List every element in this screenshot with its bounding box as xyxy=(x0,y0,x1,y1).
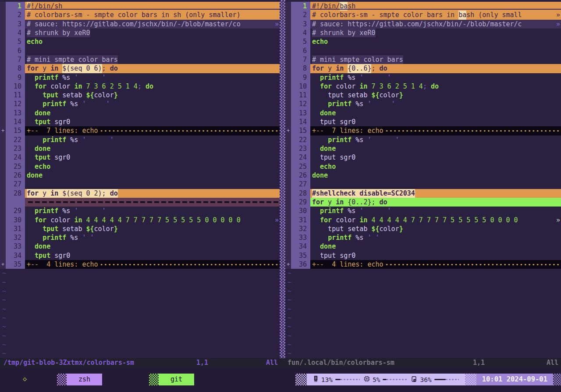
code-line[interactable]: 5echo xyxy=(0,37,280,46)
code-text[interactable]: tput setab ${color} xyxy=(310,91,561,100)
code-line[interactable]: 26done xyxy=(0,171,280,180)
code-text[interactable]: echo xyxy=(25,162,280,171)
code-line[interactable]: 1#!/bin/sh xyxy=(0,2,280,11)
code-text[interactable]: done xyxy=(310,144,561,153)
code-line[interactable]: 11 tput setab ${color} xyxy=(285,91,561,100)
code-text[interactable]: # sauce: https://gitlab.com/jschx/bin/-/… xyxy=(25,20,280,29)
code-line[interactable]: 27 xyxy=(285,180,561,189)
code-text[interactable]: printf %s ' ' xyxy=(310,207,561,215)
code-text[interactable]: tput sgr0 xyxy=(25,153,280,162)
code-text[interactable]: for y in $(seq 0 6); do xyxy=(25,64,280,73)
fold-marker[interactable]: + xyxy=(285,126,291,135)
code-text[interactable]: tput setab ${color} xyxy=(25,225,280,233)
code-line[interactable]: 8for y in $(seq 0 6); do xyxy=(0,64,280,73)
vim-pane-left[interactable]: 1#!/bin/sh2# colorbars-sm - smpte color … xyxy=(0,0,280,358)
code-line[interactable]: 33 printf %s ' ' xyxy=(285,233,561,242)
code-line[interactable]: 25 echo xyxy=(285,162,561,171)
code-line[interactable]: 22 printf %s ' ' xyxy=(0,135,280,144)
code-text[interactable]: done xyxy=(25,242,280,251)
code-text[interactable]: # sauce: https://gitlab.com/jschx/bin/-/… xyxy=(310,20,561,29)
code-line[interactable]: 22 printf %s ' ' xyxy=(285,135,561,144)
code-line[interactable]: 35 tput sgr0 xyxy=(285,251,561,260)
code-line[interactable]: 31 tput setab ${color} xyxy=(0,225,280,233)
code-text[interactable]: echo xyxy=(310,37,561,46)
code-line[interactable]: 14 tput sgr0 xyxy=(285,118,561,126)
code-line[interactable]: 2# colorbars-sm - smpte color bars in ba… xyxy=(285,11,561,19)
code-line[interactable]: 1#!/bin/bash xyxy=(285,2,561,11)
code-text[interactable]: # shrunk by xeR0 xyxy=(310,29,561,37)
code-line[interactable]: 11 tput setab ${color} xyxy=(0,91,280,100)
code-text[interactable]: for color in 4 4 4 4 4 7 7 7 7 7 5 5 5 5… xyxy=(310,216,561,225)
code-line[interactable]: 32 tput setab ${color} xyxy=(285,225,561,233)
code-line[interactable]: 13 done xyxy=(285,109,561,118)
code-line[interactable]: 4# shrunk by xeR0 xyxy=(285,29,561,37)
code-text[interactable]: printf %s ' ' xyxy=(25,100,280,108)
code-text[interactable]: +-- 4 lines: echo xyxy=(25,260,280,269)
code-line[interactable]: 30 printf %s ' ' xyxy=(285,207,561,215)
code-text[interactable]: +-- 7 lines: echo xyxy=(310,126,561,135)
code-line[interactable]: 12 printf %s ' ' xyxy=(285,100,561,108)
code-text[interactable]: +-- 7 lines: echo xyxy=(25,126,280,135)
code-line[interactable]: 8for y in {0..6}; do xyxy=(285,64,561,73)
code-line[interactable]: 26done xyxy=(285,171,561,180)
code-text[interactable] xyxy=(25,180,280,189)
code-text[interactable]: tput sgr0 xyxy=(25,251,280,260)
code-text[interactable]: done xyxy=(25,171,280,180)
code-line[interactable]: 6 xyxy=(0,46,280,55)
fold-marker[interactable]: + xyxy=(0,126,6,135)
code-text[interactable]: done xyxy=(310,171,561,180)
code-text[interactable]: printf %s ' ' xyxy=(25,233,280,242)
code-line[interactable]: 29 printf %s ' ' xyxy=(0,207,280,215)
fold-line[interactable]: +15+-- 7 lines: echo xyxy=(285,126,561,135)
code-line[interactable]: 28for y in $(seq 0 2); do xyxy=(0,189,280,198)
fold-marker[interactable]: + xyxy=(285,260,291,269)
code-line[interactable]: 7# mini smpte color bars xyxy=(0,55,280,64)
code-text[interactable]: for color in 4 4 4 4 4 7 7 7 7 7 5 5 5 5… xyxy=(25,216,280,225)
code-line[interactable]: 2# colorbars-sm - smpte color bars in sh… xyxy=(0,11,280,19)
code-text[interactable]: done xyxy=(25,144,280,153)
code-text[interactable]: printf %s ' ' xyxy=(310,73,561,82)
code-text[interactable]: done xyxy=(310,242,561,251)
code-line[interactable]: 34 tput sgr0 xyxy=(0,251,280,260)
code-text[interactable]: echo xyxy=(25,37,280,46)
fold-line[interactable]: +35+-- 4 lines: echo xyxy=(0,260,280,269)
code-line[interactable]: 28#shellcheck disable=SC2034 xyxy=(285,189,561,198)
code-line[interactable]: 13 done xyxy=(0,109,280,118)
code-line[interactable]: 32 printf %s ' ' xyxy=(0,233,280,242)
code-text[interactable]: #!/bin/sh xyxy=(25,2,280,11)
code-text[interactable]: printf %s ' ' xyxy=(310,135,561,144)
vertical-split-separator[interactable] xyxy=(280,0,285,358)
code-text[interactable]: +-- 4 lines: echo xyxy=(310,260,561,269)
code-line[interactable]: 24 tput sgr0 xyxy=(285,153,561,162)
code-text[interactable]: for y in {0..6}; do xyxy=(310,64,561,73)
code-text[interactable] xyxy=(25,46,280,55)
diff-filler-line[interactable] xyxy=(0,198,280,207)
code-line[interactable]: 33 done xyxy=(0,242,280,251)
code-line[interactable]: 3# sauce: https://gitlab.com/jschx/bin/-… xyxy=(0,20,280,29)
code-text[interactable]: printf %s ' ' xyxy=(25,73,280,82)
code-line[interactable]: 23 done xyxy=(0,144,280,153)
code-text[interactable]: # mini smpte color bars xyxy=(25,55,280,64)
code-text[interactable]: for y in {0..2}; do xyxy=(310,198,561,207)
code-text[interactable]: for y in $(seq 0 2); do xyxy=(25,189,280,198)
code-text[interactable]: echo xyxy=(310,162,561,171)
code-line[interactable]: 31 for color in 4 4 4 4 4 7 7 7 7 7 5 5 … xyxy=(285,216,561,225)
fold-marker[interactable]: + xyxy=(0,260,6,269)
code-line[interactable]: 34 done xyxy=(285,242,561,251)
code-text[interactable]: for color in 7 3 6 2 5 1 4; do xyxy=(25,82,280,91)
code-text[interactable]: tput setab ${color} xyxy=(25,91,280,100)
code-text[interactable]: #!/bin/bash xyxy=(310,2,561,11)
code-text[interactable]: # mini smpte color bars xyxy=(310,55,561,64)
vim-pane-right[interactable]: 1#!/bin/bash2# colorbars-sm - smpte colo… xyxy=(285,0,561,358)
code-line[interactable]: 10 for color in 7 3 6 2 5 1 4; do xyxy=(285,82,561,91)
code-text[interactable]: tput sgr0 xyxy=(310,153,561,162)
code-text[interactable]: # colorbars-sm - smpte color bars in bas… xyxy=(310,11,561,19)
code-text[interactable]: done xyxy=(25,109,280,118)
code-line[interactable]: 3# sauce: https://gitlab.com/jschx/bin/-… xyxy=(285,20,561,29)
code-text[interactable] xyxy=(310,180,561,189)
fold-line[interactable]: +15+-- 7 lines: echo xyxy=(0,126,280,135)
code-line[interactable]: 12 printf %s ' ' xyxy=(0,100,280,108)
code-text[interactable] xyxy=(25,198,280,207)
code-text[interactable]: done xyxy=(310,109,561,118)
code-line[interactable]: 24 tput sgr0 xyxy=(0,153,280,162)
